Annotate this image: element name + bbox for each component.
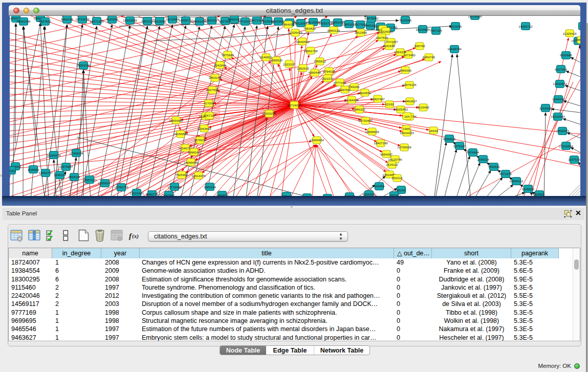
svg-text:19218506: 19218506 (165, 17, 180, 21)
svg-text:10025453: 10025453 (394, 107, 408, 111)
svg-text:16961758: 16961758 (303, 49, 318, 53)
svg-text:14463627: 14463627 (403, 99, 417, 103)
svg-text:16033809: 16033809 (123, 18, 137, 22)
svg-text:7632621: 7632621 (488, 165, 500, 168)
svg-text:7515546: 7515546 (106, 17, 119, 21)
svg-text:1965: 1965 (403, 127, 410, 130)
svg-text:39151: 39151 (10, 169, 16, 172)
svg-text:12923443: 12923443 (129, 191, 144, 195)
svg-text:8660124: 8660124 (328, 29, 340, 32)
svg-text:924501: 924501 (534, 192, 545, 196)
svg-text:10853257: 10853257 (205, 18, 219, 22)
svg-text:14099489: 14099489 (184, 161, 198, 164)
svg-text:16782759: 16782759 (114, 185, 128, 189)
svg-text:12033872: 12033872 (553, 82, 567, 85)
svg-text:16671355: 16671355 (90, 19, 104, 23)
svg-text:2803144: 2803144 (209, 76, 222, 79)
svg-text:7357224: 7357224 (141, 19, 154, 23)
svg-text:25300295: 25300295 (262, 112, 276, 115)
svg-text:9245652: 9245652 (522, 187, 535, 191)
svg-text:10719155: 10719155 (75, 17, 90, 21)
svg-text:1498242: 1498242 (188, 150, 201, 154)
svg-text:10756928: 10756928 (397, 145, 411, 149)
svg-text:4265001: 4265001 (363, 192, 376, 196)
svg-text:16210643: 16210643 (551, 115, 565, 118)
svg-text:20691406: 20691406 (16, 19, 31, 23)
svg-text:15720407: 15720407 (358, 119, 373, 122)
svg-text:7515546: 7515546 (399, 18, 412, 22)
svg-text:1244419: 1244419 (552, 97, 565, 101)
svg-text:16914479: 16914479 (191, 174, 206, 178)
svg-text:746266: 746266 (349, 85, 360, 89)
svg-text:1145114: 1145114 (54, 173, 66, 177)
svg-text:9227343: 9227343 (555, 68, 568, 71)
svg-text:1115682: 1115682 (27, 168, 39, 171)
svg-text:1621072: 1621072 (321, 77, 334, 80)
svg-text:7357224: 7357224 (430, 29, 443, 32)
svg-text:3578332: 3578332 (194, 138, 207, 142)
svg-text:2505115: 2505115 (68, 175, 80, 179)
svg-text:10654112: 10654112 (509, 179, 524, 183)
svg-text:2905334: 2905334 (204, 185, 216, 189)
svg-text:7625402: 7625402 (176, 173, 188, 177)
svg-text:3267110: 3267110 (203, 114, 215, 117)
svg-text:96245: 96245 (397, 188, 406, 192)
svg-text:10958107: 10958107 (98, 181, 112, 185)
svg-text:6466160: 6466160 (61, 17, 74, 21)
svg-text:7485003: 7485003 (575, 38, 580, 41)
svg-text:1167533: 1167533 (568, 158, 580, 161)
svg-text:(x): (x) (132, 233, 139, 239)
svg-text:8990448: 8990448 (309, 71, 321, 74)
svg-text:16640910: 16640910 (295, 40, 310, 43)
svg-text:8813054: 8813054 (154, 19, 166, 23)
svg-text:6497568: 6497568 (339, 88, 352, 92)
svg-text:3624554: 3624554 (359, 91, 372, 95)
svg-text:16648784: 16648784 (447, 47, 462, 51)
svg-text:10688609: 10688609 (365, 130, 379, 134)
svg-text:9084067: 9084067 (380, 152, 393, 156)
svg-text:15716485: 15716485 (167, 185, 182, 189)
svg-text:3912954: 3912954 (355, 31, 367, 34)
svg-text:15692971: 15692971 (555, 129, 570, 133)
svg-text:20876862: 20876862 (364, 16, 379, 20)
svg-text:12353594: 12353594 (197, 127, 211, 130)
svg-text:9474444: 9474444 (467, 150, 480, 154)
svg-text:11325419: 11325419 (562, 32, 577, 35)
svg-text:3215935: 3215935 (539, 106, 552, 110)
svg-text:17359924: 17359924 (69, 151, 83, 155)
svg-text:9115460: 9115460 (417, 105, 429, 109)
svg-text:9329966: 9329966 (560, 53, 573, 57)
svg-text:39151: 39151 (389, 193, 399, 196)
svg-text:14120746: 14120746 (388, 158, 402, 161)
svg-text:8813054: 8813054 (295, 21, 308, 25)
svg-text:100942: 100942 (302, 195, 313, 196)
svg-text:6794028: 6794028 (323, 70, 336, 73)
svg-text:924501: 924501 (344, 194, 355, 196)
svg-text:18724007: 18724007 (287, 103, 301, 107)
svg-text:13226058: 13226058 (379, 30, 393, 33)
svg-text:252214: 252214 (392, 176, 403, 180)
svg-text:8181546: 8181546 (383, 44, 396, 48)
svg-text:19654985: 19654985 (169, 119, 183, 122)
svg-text:417006: 417006 (204, 101, 214, 105)
svg-text:20206576: 20206576 (47, 154, 61, 157)
svg-text:164: 164 (404, 115, 410, 118)
svg-text:11325419: 11325419 (288, 31, 302, 34)
svg-text:14055712: 14055712 (179, 18, 193, 22)
svg-text:9663841: 9663841 (163, 193, 176, 196)
svg-text:14055712: 14055712 (518, 25, 533, 28)
svg-text:17957223: 17957223 (82, 178, 97, 182)
svg-text:7663822: 7663822 (303, 27, 316, 30)
svg-text:1588520: 1588520 (270, 58, 283, 62)
svg-text:29053346: 29053346 (76, 63, 91, 67)
svg-text:21364436: 21364436 (344, 98, 359, 102)
svg-text:1362615: 1362615 (297, 67, 310, 70)
svg-text:8471676: 8471676 (499, 172, 512, 176)
svg-text:16033809: 16033809 (416, 28, 430, 31)
svg-text:1864091: 1864091 (282, 23, 295, 26)
svg-text:9485779: 9485779 (146, 192, 159, 196)
svg-text:7485063: 7485063 (399, 69, 412, 72)
svg-text:87914: 87914 (282, 194, 291, 196)
svg-text:19384554: 19384554 (310, 138, 324, 142)
svg-text:18407249: 18407249 (374, 141, 388, 145)
